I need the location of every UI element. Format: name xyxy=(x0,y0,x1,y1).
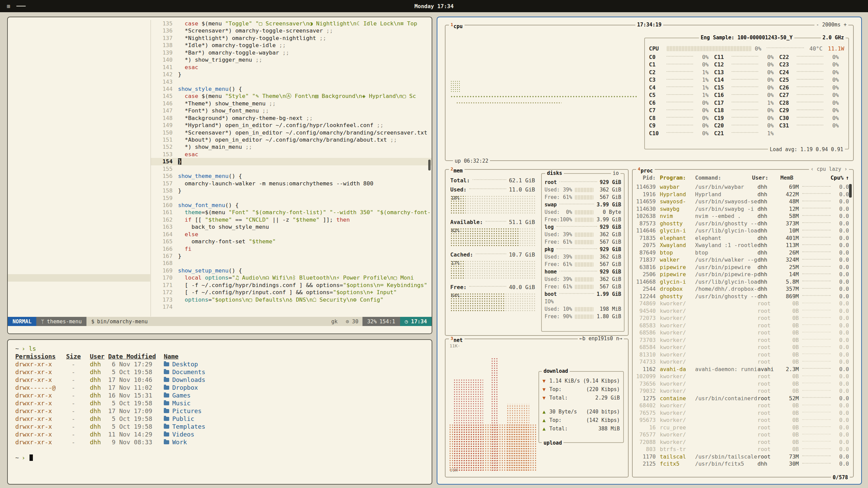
file-item[interactable]: *omarchy-drive-info xyxy=(8,64,150,71)
file-item[interactable]: *omarchy-install-tailscale xyxy=(8,172,150,180)
editor-scrollbar-thumb[interactable] xyxy=(428,160,431,170)
process-row[interactable]: 94540 kworker/ root 0B 0.0 xyxy=(635,307,849,315)
code-line[interactable]: 138 *Idle*) omarchy-toggle-idle ;; xyxy=(151,42,432,49)
file-item[interactable]: *omarchy-hyprland-workspace-toggle xyxy=(8,129,150,136)
file-item[interactable]: *omarchy-font-current xyxy=(8,85,150,93)
file-item[interactable]: *omarchy-cmd-screenshot xyxy=(8,27,150,34)
code-line[interactable]: 170 local options="♫ Audio\n☊ Wifi\nᛒ Bl… xyxy=(151,274,432,281)
code-line[interactable]: 168 xyxy=(151,260,432,267)
process-scrollbar-thumb[interactable] xyxy=(849,184,852,198)
code-line[interactable]: 163 back_to show_style_menu xyxy=(151,223,432,230)
process-row[interactable]: 12244 ghostty /usr/bin/ghostty --gtk- dh… xyxy=(635,293,849,300)
process-row[interactable]: 2125 fcitx5 /usr/bin/fcitx5 dhh 30M 0.0 xyxy=(635,460,849,468)
refresh-interval-control[interactable]: - 2000ms + xyxy=(814,22,848,27)
command-line[interactable] xyxy=(8,326,432,333)
code-line[interactable]: 160show_font_menu() { xyxy=(151,202,432,209)
file-item[interactable]: *omarchy-cmd-screensaver xyxy=(8,20,150,27)
process-row[interactable]: 68402 kworker/ root 0B 0.0 xyxy=(635,402,849,409)
code-line[interactable]: 145 case $(menu "Style" "✎ Theme\nⒶ Font… xyxy=(151,93,432,100)
code-line[interactable]: 164 else xyxy=(151,231,432,238)
process-row[interactable]: 114630 swaybg /usr/bin/swaybg -i /hom dh… xyxy=(635,205,849,213)
process-row[interactable]: 803 btrfs-tr root 0B 0.0 xyxy=(635,446,849,453)
file-item[interactable]: *omarchy-launch-walker xyxy=(8,245,150,252)
file-item[interactable]: *omarchy-install-terminal xyxy=(8,180,150,187)
code-line[interactable]: 146 *Theme*) show_theme_menu ;; xyxy=(151,100,432,107)
process-row[interactable]: 76577 kworker/ root 0B 0.0 xyxy=(635,431,849,439)
code-line[interactable]: 136 *Screensaver*) omarchy-toggle-screen… xyxy=(151,27,432,34)
code-line[interactable]: 174 xyxy=(151,303,432,310)
file-item[interactable]: *omarchy-font-list xyxy=(8,93,150,100)
proc-box-label[interactable]: 4proc xyxy=(636,167,655,173)
code-line[interactable]: 135 case $(menu "Toggle" "▢ Screensaver\… xyxy=(151,20,432,27)
code-line[interactable]: 141 esac xyxy=(151,64,432,71)
code-line[interactable]: 157 omarchy-launch-walker -m menus:omarc… xyxy=(151,180,432,187)
file-item[interactable]: *omarchy-lock-screen xyxy=(8,267,150,274)
process-row[interactable]: 68583 kworker/ root 0B 0.0 xyxy=(635,322,849,329)
sort-direction-icon[interactable]: ↑ xyxy=(844,175,849,181)
code-line[interactable]: 148 *Background*) omarchy-theme-bg-next … xyxy=(151,115,432,122)
process-row[interactable]: 2506 pipewire /usr/bin/pipewire-pulse dh… xyxy=(635,271,849,278)
file-item[interactable]: *omarchy-launch-screensaver xyxy=(8,238,150,245)
process-row[interactable]: 74869 kworker/ root 0B 0.0 xyxy=(635,300,849,307)
file-item[interactable]: *omarchy-launch-or-focus xyxy=(8,223,150,230)
process-row[interactable]: 2544 dropbox /home/dhh/.dropbox-dist dhh… xyxy=(635,285,849,293)
code-line[interactable]: 149 *Hyprland*) open_in_editor ~/.config… xyxy=(151,122,432,129)
file-item[interactable]: *omarchy-launch-editor xyxy=(8,209,150,216)
file-item[interactable]: *omarchy-cmd-terminal-cwd xyxy=(8,42,150,49)
file-item[interactable]: *omarchy-migrate xyxy=(8,289,150,296)
code-line[interactable]: 156show_theme_menu() { xyxy=(151,172,432,180)
process-row[interactable]: 63816 pipewire /usr/bin/pipewire dhh 25M… xyxy=(635,264,849,271)
code-line[interactable]: 144show_style_menu() { xyxy=(151,85,432,93)
workspace-button[interactable] xyxy=(16,6,26,6)
file-item[interactable]: *omarchy-hook xyxy=(8,107,150,114)
code-line[interactable]: 152 *) show_main_menu ;; xyxy=(151,143,432,150)
file-item[interactable]: *omarchy-hyprland-window-close-all xyxy=(8,115,150,122)
code-line[interactable]: 143 xyxy=(151,78,432,85)
io-toggle[interactable]: io xyxy=(611,171,620,176)
process-row[interactable]: 102638 nvim nvim --embed . dhh 58M 0.0 xyxy=(635,212,849,220)
code-line[interactable]: 153 esac xyxy=(151,151,432,158)
file-item[interactable]: *omarchy-cmd-share xyxy=(8,35,150,42)
apps-menu-icon[interactable]: ⊞ xyxy=(7,3,10,9)
file-item[interactable]: *omarchy-launch-floating-terminal- xyxy=(8,216,150,223)
file-item[interactable]: *omarchy-install-vscode xyxy=(8,187,150,194)
file-item[interactable]: *omarchy-launch-or-focus-webapp xyxy=(8,231,150,238)
process-row[interactable]: 16 rcu_pree root 0B 0.0 xyxy=(635,424,849,431)
process-row[interactable]: 114639 waybar /usr/bin/waybar dhh 69M 0.… xyxy=(635,183,849,191)
file-item[interactable]: *omarchy-launch-webapp xyxy=(8,252,150,260)
file-item[interactable]: *omarchy-launch-browser xyxy=(8,202,150,209)
file-item[interactable]: *omarchy-dev-add-migration xyxy=(8,56,150,63)
process-row[interactable]: 87649 btop btop dhh 26M 0.0 xyxy=(635,249,849,257)
process-row[interactable]: 1916 Hyprland Hyprland dhh 422M 0.0 xyxy=(635,191,849,198)
process-row[interactable]: 71837 walker /usr/bin/walker --gappl dhh… xyxy=(635,256,849,264)
process-row[interactable]: 68584 kworker/ root 0B 0.0 xyxy=(635,344,849,351)
code-line[interactable]: 167} xyxy=(151,252,432,260)
process-row[interactable]: 114646 glycin-i /usr/lib/glycin-loaders … xyxy=(635,227,849,235)
process-row[interactable]: 1170 tailscal /usr/sbin/tailscaled -- ro… xyxy=(635,453,849,461)
process-row[interactable]: 74733 kworker/ root 0B 0.0 xyxy=(635,358,849,366)
process-row[interactable]: 73656 kworker/ root 0B 0.0 xyxy=(635,380,849,388)
file-item[interactable]: *omarchy-install-docker-dbs xyxy=(8,151,150,158)
net-box-label[interactable]: 3net xyxy=(449,336,465,343)
process-row[interactable]: 1275 containe /usr/bin/containerd root 5… xyxy=(635,395,849,402)
code-line[interactable]: 165 omarchy-font-set "$theme" xyxy=(151,238,432,245)
process-row[interactable]: 81310 kworker/ root 0B 0.0 xyxy=(635,351,849,359)
process-row[interactable]: 114659 swayosd- /usr/bin/swayosd-server … xyxy=(635,198,849,205)
file-item[interactable]: *omarchy-debug xyxy=(8,49,150,56)
code-line[interactable]: 140 *) show_trigger_menu ;; xyxy=(151,56,432,63)
process-row[interactable]: 76575 kworker/ root 0B 0.0 xyxy=(635,409,849,417)
file-item[interactable]: *omarchy-drive-select xyxy=(8,71,150,78)
process-row[interactable]: 114668 glycin-i /usr/lib/glycin-loaders … xyxy=(635,278,849,286)
file-item[interactable]: *omarchy-menu-keybindings xyxy=(8,282,150,289)
file-item[interactable]: *omarchy-launch-about xyxy=(8,195,150,202)
file-item[interactable]: *omarchy-drive-set-password xyxy=(8,78,150,85)
process-row[interactable]: 1162 avahi-da avahi-daemon: running [ av… xyxy=(635,366,849,373)
code-line[interactable]: 150 *Screensaver*) open_in_editor ~/.con… xyxy=(151,129,432,136)
file-item[interactable]: *omarchy-install-steam xyxy=(8,165,150,172)
file-item[interactable]: *omarchy-install-dropbox xyxy=(8,158,150,165)
code-line[interactable]: 137 *Nightlight*) omarchy-toggle-nightli… xyxy=(151,35,432,42)
mem-box-label[interactable]: 2mem xyxy=(449,167,465,173)
cpu-box-label[interactable]: 1cpu xyxy=(449,22,465,29)
file-item[interactable]: *omarchy-pkg-add xyxy=(8,303,150,310)
file-item[interactable]: *omarchy-notification-dismiss xyxy=(8,296,150,303)
